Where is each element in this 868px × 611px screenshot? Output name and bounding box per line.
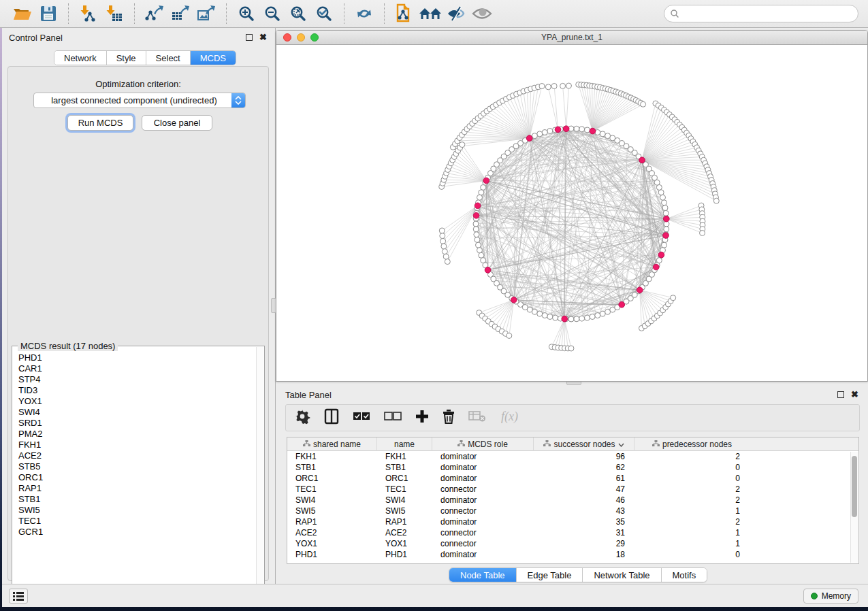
tab-motifs[interactable]: Motifs [662, 568, 707, 582]
cell-successor-nodes: 46 [534, 495, 634, 506]
mcds-result-node[interactable]: CAR1 [18, 363, 256, 374]
task-history-button[interactable] [9, 589, 28, 604]
column-header-predecessor-nodes[interactable]: predecessor nodes [634, 437, 750, 451]
node-table: shared namenameMCDS rolesuccessor nodesp… [287, 437, 859, 564]
table-row[interactable]: YOX1YOX1connector291 [287, 538, 858, 549]
zoom-out-button[interactable] [259, 2, 285, 25]
show-graphics-details-button[interactable] [469, 2, 495, 25]
mcds-result-node[interactable]: STB5 [18, 461, 256, 472]
toolbar-separator [68, 3, 69, 24]
cell-successor-nodes: 35 [534, 516, 634, 527]
delete-column-icon [443, 409, 455, 427]
table-row[interactable]: ORC1ORC1dominator610 [287, 473, 858, 484]
search-box[interactable] [664, 5, 858, 22]
tab-network[interactable]: Network [54, 51, 107, 65]
table-scrollbar[interactable] [850, 452, 858, 563]
table-row[interactable]: TEC1TEC1connector472 [287, 484, 858, 495]
select-all-rows-button[interactable] [353, 408, 370, 428]
table-settings-button[interactable] [294, 408, 310, 428]
clear-row-selection-button[interactable] [384, 408, 402, 428]
zoom-fit-button[interactable] [285, 2, 311, 25]
mcds-result-node[interactable]: STP4 [18, 374, 256, 385]
mcds-result-node[interactable]: ACE2 [18, 450, 256, 461]
network-window-titlebar: YPA_prune.txt_1 [276, 31, 867, 45]
mcds-result-node[interactable]: TID3 [18, 385, 256, 396]
memory-button[interactable]: Memory [803, 589, 858, 604]
search-input[interactable] [679, 7, 858, 20]
export-table-button[interactable] [167, 2, 193, 25]
mcds-result-node[interactable]: SWI5 [18, 505, 256, 516]
save-session-button[interactable] [35, 2, 61, 25]
table-row[interactable]: STB1STB1dominator620 [287, 462, 858, 473]
cell-MCDS-role: dominator [432, 462, 534, 473]
table-row[interactable]: FKH1FKH1dominator962 [287, 451, 858, 462]
cell-name: ACE2 [377, 527, 432, 538]
float-table-panel-icon[interactable] [837, 391, 844, 398]
mcds-result-node[interactable]: SRD1 [18, 418, 256, 429]
mcds-result-box: MCDS result (17 nodes) PHD1CAR1STP4TID3Y… [12, 346, 265, 599]
cell-predecessor-nodes: 0 [634, 549, 750, 560]
hide-graphics-details-button[interactable] [443, 2, 469, 25]
mcds-result-scrollbar[interactable] [256, 347, 263, 597]
tab-mcds[interactable]: MCDS [191, 51, 236, 65]
criterion-select[interactable]: largest connected component (undirected) [33, 93, 246, 108]
close-table-panel-icon[interactable]: ✖ [851, 391, 858, 398]
memory-status-icon [811, 593, 818, 599]
run-mcds-button[interactable]: Run MCDS [67, 115, 133, 131]
show-columns-button[interactable] [324, 408, 339, 428]
refresh-layout-button[interactable] [351, 2, 377, 25]
table-row[interactable]: ACE2ACE2connector311 [287, 527, 858, 538]
hide-graphics-details-icon [446, 5, 466, 22]
cell-MCDS-role: connector [432, 527, 534, 538]
export-network-button[interactable] [142, 2, 167, 25]
tab-edge-table[interactable]: Edge Table [517, 568, 583, 582]
column-header-MCDS-role[interactable]: MCDS role [432, 437, 534, 451]
mcds-result-node[interactable]: TEC1 [18, 516, 256, 527]
zoom-in-button[interactable] [234, 2, 259, 25]
table-row[interactable]: SWI4SWI4dominator462 [287, 495, 858, 506]
mcds-result-node[interactable]: FKH1 [18, 440, 256, 450]
mcds-result-node[interactable]: STB1 [18, 494, 256, 505]
add-column-button[interactable] [415, 408, 429, 428]
close-panel-icon[interactable]: ✖ [259, 34, 267, 41]
mcds-result-node[interactable]: RAP1 [18, 483, 256, 494]
tab-style[interactable]: Style [107, 51, 146, 65]
mcds-result-node[interactable]: ORC1 [18, 472, 256, 483]
import-network-button[interactable] [76, 2, 101, 25]
double-house-icon [419, 5, 442, 22]
import-table-icon [105, 4, 124, 23]
toolbar-separator [384, 3, 385, 24]
control-panel-tabs: NetworkStyleSelectMCDS [54, 50, 236, 65]
mcds-result-node[interactable]: GCR1 [18, 527, 256, 538]
close-panel-button[interactable]: Close panel [142, 115, 212, 131]
table-row[interactable]: RAP1RAP1dominator352 [287, 516, 858, 527]
table-row[interactable]: PHD1PHD1dominator180 [287, 549, 858, 560]
tab-select[interactable]: Select [146, 51, 191, 65]
zoom-selected-button[interactable] [311, 2, 337, 25]
export-image-button[interactable] [193, 2, 219, 25]
mcds-result-node[interactable]: PMA2 [18, 429, 256, 440]
delete-column-button[interactable] [443, 408, 455, 428]
float-panel-icon[interactable] [246, 34, 253, 41]
column-header-shared-name[interactable]: shared name [287, 437, 377, 451]
cell-shared-name: TEC1 [287, 484, 377, 495]
mcds-result-node[interactable]: YOX1 [18, 396, 256, 407]
column-header-name[interactable]: name [377, 437, 432, 451]
column-header-successor-nodes[interactable]: successor nodes [534, 437, 634, 451]
table-row[interactable]: SWI5SWI5connector431 [287, 506, 858, 516]
cell-predecessor-nodes: 1 [634, 506, 750, 516]
refresh-layout-icon [355, 5, 373, 22]
tab-network-table[interactable]: Network Table [583, 568, 661, 582]
tab-node-table[interactable]: Node Table [449, 568, 517, 582]
open-file-button[interactable] [10, 2, 35, 25]
import-network-icon [79, 4, 98, 23]
mcds-result-node[interactable]: PHD1 [18, 352, 256, 363]
cell-predecessor-nodes: 0 [634, 473, 750, 484]
network-canvas[interactable] [276, 45, 868, 382]
table-scrollbar-thumb[interactable] [852, 456, 857, 517]
mcds-result-node[interactable]: SWI4 [18, 407, 256, 418]
cell-name: FKH1 [377, 451, 432, 462]
double-house-button[interactable] [417, 2, 443, 25]
new-network-from-selection-button[interactable] [391, 2, 417, 25]
import-table-button[interactable] [101, 2, 127, 25]
